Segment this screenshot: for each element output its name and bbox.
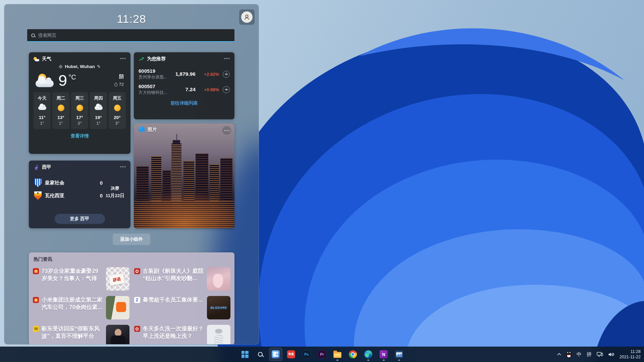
city-photo	[134, 123, 234, 228]
system-tray: 中 拼 11:28 2021-11-22	[557, 347, 641, 362]
news-source-icon	[33, 268, 39, 274]
ime-mode-indicator[interactable]: 拼	[587, 351, 592, 358]
add-widgets-button[interactable]: 添加小组件	[113, 234, 150, 245]
aqi-icon	[114, 82, 118, 86]
windows-logo-icon	[241, 351, 249, 358]
forecast-day[interactable]: 周四 19° 1°	[90, 92, 107, 129]
account-button[interactable]	[239, 9, 255, 25]
stock-change: +2.82%	[198, 72, 219, 77]
team-name: 瓦伦西亚	[45, 192, 64, 199]
news-thumbnail	[106, 296, 129, 319]
onenote-app-button[interactable]: N	[377, 348, 390, 361]
weather-more-button[interactable]	[119, 56, 126, 61]
stocks-more-button[interactable]	[223, 56, 230, 61]
stock-name: 方大特钢科技...	[139, 90, 175, 96]
sun-icon	[58, 105, 64, 111]
search-input[interactable]	[38, 33, 230, 38]
photos-widget[interactable]: 照片	[134, 123, 234, 228]
stock-price: 1,879.96	[175, 71, 196, 77]
add-stock-button[interactable]	[223, 71, 230, 78]
stock-name: 贵州茅台酒股...	[139, 74, 175, 80]
news-item[interactable]: 73岁企业家重金豪娶29岁美女？当事人：气得手... 辟谣	[32, 266, 131, 292]
news-item[interactable]: 小米集团注册成立第二家汽车公司，70余岗位紧...	[32, 295, 131, 321]
news-source-icon	[134, 326, 140, 332]
news-feed: 热门资讯 73岁企业家重金豪娶29岁美女？当事人：气得手... 辟谣 古装剧《斛…	[29, 252, 234, 345]
city-lights-glow	[134, 123, 234, 228]
chrome-icon	[349, 350, 357, 358]
news-title: 古装剧《斛珠夫人》庭院“枯山水”引网友吵翻...	[143, 267, 205, 283]
taskbar-search-button[interactable]	[254, 348, 267, 361]
news-thumbnail: BLIZZARD	[207, 296, 230, 319]
weather-details-link[interactable]: 查看详情	[29, 133, 130, 139]
search-icon	[258, 352, 263, 357]
qq-tray-icon[interactable]	[566, 351, 572, 358]
sports-title: 西甲	[42, 164, 51, 170]
tray-date: 2021-11-22	[620, 354, 641, 360]
match-status: 决赛	[106, 185, 124, 191]
stock-code: 600507	[139, 83, 175, 89]
team-name: 皇家社会	[45, 180, 64, 186]
news-title: 暴雪超千名员工集体要...	[143, 296, 205, 311]
onenote-icon: N	[380, 350, 388, 358]
valencia-crest-icon	[34, 191, 42, 200]
stock-row[interactable]: 600519 贵州茅台酒股... 1,879.96 +2.82%	[139, 68, 230, 80]
start-button[interactable]	[238, 348, 252, 361]
runner-icon	[34, 165, 39, 170]
forecast-day[interactable]: 周五 20° 3°	[109, 92, 126, 129]
news-item[interactable]: 古装剧《斛珠夫人》庭院“枯山水”引网友吵翻...	[133, 266, 232, 292]
sun-icon	[114, 105, 121, 111]
news-item[interactable]: TZ 靳东受访回应“假靳东风波”，直言不理解平台机...	[32, 323, 131, 345]
forecast-day[interactable]: 今天 11° 1°	[34, 92, 51, 129]
web-search-bar[interactable]	[27, 29, 234, 42]
news-source-icon: Z	[134, 297, 140, 303]
person-icon	[243, 13, 251, 21]
weather-widget: 天气 Hubei, Wuhan ✎ 9 °C 阴 72	[29, 52, 130, 154]
chrome-app-button[interactable]	[346, 348, 360, 361]
tray-time: 11:28	[620, 349, 641, 354]
stock-row[interactable]: 600507 方大特钢科技... 7.24 +0.98%	[139, 83, 230, 96]
news-item[interactable]: Z 暴雪超千名员工集体要... BLIZZARD	[133, 295, 232, 321]
news-header: 热门资讯	[29, 252, 234, 264]
edge-icon	[364, 350, 372, 358]
edit-location-icon[interactable]: ✎	[97, 64, 101, 69]
running-indicator	[367, 360, 369, 361]
location-icon	[59, 65, 63, 69]
stocks-detail-link[interactable]: 前往详细列表	[134, 100, 234, 106]
add-stock-button[interactable]	[223, 86, 230, 93]
widgets-button[interactable]	[269, 348, 282, 361]
panel-clock: 11:28	[4, 12, 259, 25]
stock-code: 600519	[139, 68, 175, 74]
stocks-title: 为您推荐	[147, 56, 166, 62]
photos-more-button[interactable]	[222, 126, 231, 135]
news-item[interactable]: 冬天多久洗一次澡最好？早上洗还是晚上洗？	[133, 323, 232, 345]
file-explorer-button[interactable]	[331, 348, 344, 361]
forecast-day[interactable]: 周二 13° 1°	[52, 92, 69, 129]
stocks-widget: 为您推荐 600519 贵州茅台酒股... 1,879.96 +2.82% 60…	[134, 52, 234, 119]
tray-clock[interactable]: 11:28 2021-11-22	[620, 349, 641, 360]
photoshop-app-button[interactable]: Ps	[300, 348, 313, 361]
match-team-row[interactable]: 瓦伦西亚 0	[34, 191, 103, 200]
network-icon[interactable]	[597, 352, 603, 357]
news-title: 靳东受访回应“假靳东风波”，直言不理解平台机...	[42, 325, 103, 340]
match-date: 11月22日	[106, 193, 124, 199]
weather-location-row[interactable]: Hubei, Wuhan ✎	[29, 64, 130, 69]
news-source-icon	[134, 268, 140, 274]
volume-muted-icon[interactable]	[608, 352, 614, 357]
task-manager-button[interactable]	[392, 348, 406, 361]
photoshop-icon: Ps	[303, 350, 311, 358]
forecast-day[interactable]: 周三 17° 3°	[71, 92, 88, 129]
news-thumbnail	[207, 325, 230, 345]
youdao-app-button[interactable]: 有道	[284, 348, 298, 361]
sports-more-button[interactable]	[119, 165, 126, 169]
weather-location: Hubei, Wuhan	[65, 64, 95, 69]
running-indicator	[383, 360, 385, 361]
edge-app-button[interactable]	[362, 348, 375, 361]
ime-language-indicator[interactable]: 中	[577, 351, 582, 358]
match-team-row[interactable]: 皇家社会 0	[34, 179, 103, 187]
premiere-app-button[interactable]: Pr	[315, 348, 329, 361]
avatar	[241, 11, 253, 23]
team-score: 0	[100, 193, 103, 198]
forecast-strip: 今天 11° 1° 周二 13° 1° 周三 17° 3° 周四 19°	[34, 92, 126, 129]
more-laliga-button[interactable]: 更多 西甲	[55, 214, 105, 224]
tray-chevron-up-icon[interactable]	[557, 353, 561, 356]
